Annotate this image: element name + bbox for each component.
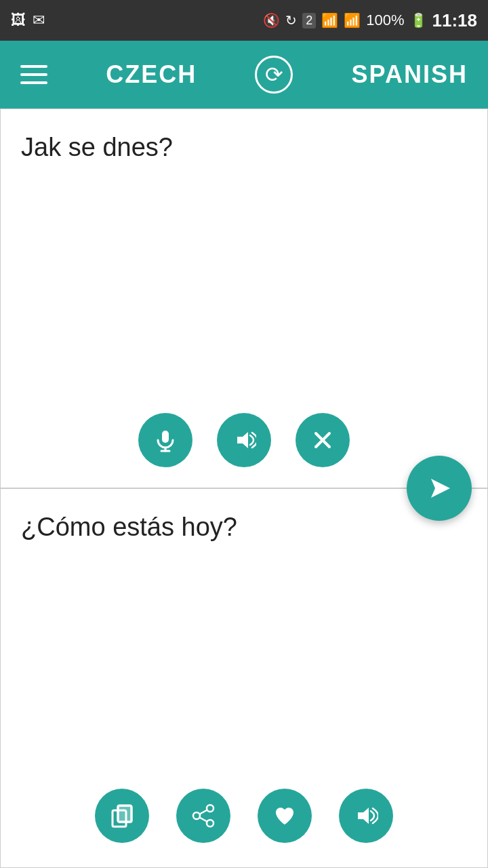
target-text: ¿Cómo estás hoy? xyxy=(1,489,487,775)
send-icon xyxy=(424,473,454,503)
share-icon xyxy=(191,804,216,828)
navbar: CZECH ⟳ SPANISH xyxy=(0,41,488,108)
main-content: Jak se dnes? xyxy=(0,108,488,868)
battery-text: 100% xyxy=(366,12,404,29)
source-language-label[interactable]: CZECH xyxy=(106,60,197,89)
status-icons-right: 🔇 ↻ 2 📶 📶 100% 🔋 11:18 xyxy=(263,10,477,31)
network-badge: 2 xyxy=(302,13,316,28)
speaker-button-source[interactable] xyxy=(217,413,271,467)
svg-point-12 xyxy=(193,812,200,819)
svg-marker-6 xyxy=(431,479,450,498)
svg-rect-8 xyxy=(118,806,131,822)
svg-rect-0 xyxy=(162,431,169,443)
copy-button[interactable] xyxy=(95,789,149,843)
speaker-icon-target xyxy=(354,804,378,828)
source-panel: Jak se dnes? xyxy=(0,108,488,488)
target-actions xyxy=(1,775,487,867)
clear-button[interactable] xyxy=(296,413,350,467)
speaker-icon-source xyxy=(232,428,256,452)
time-display: 11:18 xyxy=(432,10,478,31)
menu-button[interactable] xyxy=(20,65,47,84)
send-button[interactable] xyxy=(407,456,472,521)
close-icon xyxy=(310,428,335,452)
target-panel: ¿Cómo estás hoy? xyxy=(0,488,488,868)
svg-line-13 xyxy=(200,810,207,814)
heart-icon xyxy=(272,804,297,828)
source-text[interactable]: Jak se dnes? xyxy=(1,109,487,399)
speaker-button-target[interactable] xyxy=(339,789,393,843)
battery-icon: 🔋 xyxy=(410,12,427,28)
signal-icon: 📶 xyxy=(321,12,338,28)
favorite-button[interactable] xyxy=(258,789,312,843)
svg-marker-3 xyxy=(237,432,248,448)
svg-point-11 xyxy=(207,820,214,827)
target-language-label[interactable]: SPANISH xyxy=(352,60,468,89)
sync-icon: ↻ xyxy=(285,12,297,28)
email-icon: ✉ xyxy=(33,12,45,29)
svg-line-14 xyxy=(200,818,207,822)
swap-languages-button[interactable]: ⟳ xyxy=(255,56,293,94)
share-button[interactable] xyxy=(176,789,230,843)
microphone-button[interactable] xyxy=(138,413,192,467)
copy-icon xyxy=(110,804,134,828)
svg-point-10 xyxy=(207,805,214,812)
svg-marker-15 xyxy=(358,808,369,824)
signal-icon2: 📶 xyxy=(344,12,361,28)
status-icons-left: 🖼 ✉ xyxy=(11,12,45,29)
status-bar: 🖼 ✉ 🔇 ↻ 2 📶 📶 100% 🔋 11:18 xyxy=(0,0,488,41)
mic-icon xyxy=(153,428,178,452)
mute-icon: 🔇 xyxy=(263,12,280,28)
swap-icon: ⟳ xyxy=(265,62,283,87)
photo-icon: 🖼 xyxy=(11,12,26,29)
